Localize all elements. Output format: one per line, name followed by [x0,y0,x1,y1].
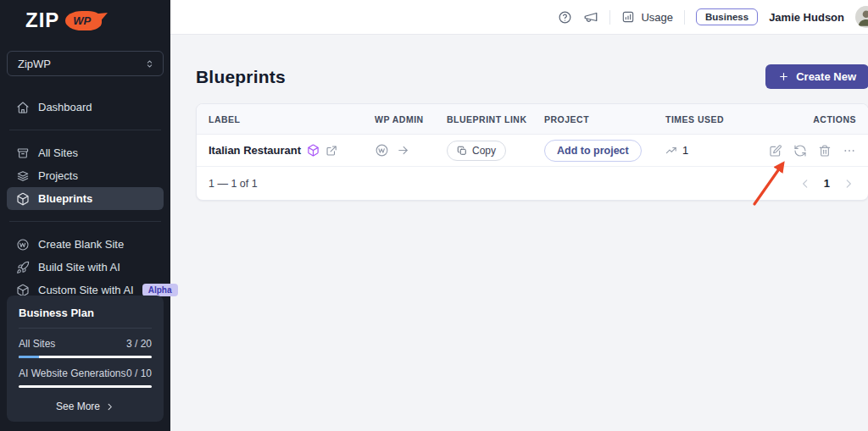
plus-icon [778,71,789,82]
plan-usage-panel: Business Plan All Sites 3 / 20 AI Websit… [7,296,164,422]
workspace-select[interactable]: ZipWP [7,51,164,76]
user-avatar[interactable] [855,6,868,28]
progress-bar-all-sites [19,356,152,358]
sidebar-item-label: Custom Site with AI [38,284,134,296]
column-header-actions: Actions [769,114,868,124]
arrow-right-icon[interactable] [397,144,409,157]
cube-icon [16,192,30,206]
plan-metric-value: 0 / 10 [126,367,152,379]
sidebar-item-label: Blueprints [38,192,92,205]
column-header-label: Label [197,114,375,124]
blueprint-name: Italian Restaurant [209,144,301,157]
sidebar-item-all-sites[interactable]: All Sites [7,141,164,164]
project-cell: Add to project [544,140,665,162]
pagination-next-icon[interactable] [843,178,854,190]
copy-icon [457,146,467,156]
edit-action-icon[interactable] [769,144,782,157]
column-header-project: Project [544,114,665,124]
alpha-badge: Alpha [142,284,178,296]
wp-admin-cell [375,143,447,157]
topbar-divider [609,10,610,25]
topbar: Usage Business Jamie Hudson [170,0,868,35]
wordpress-icon[interactable] [375,143,389,157]
sidebar-item-build-site-with-ai[interactable]: Build Site with AI [7,256,164,279]
more-options-icon[interactable] [843,144,856,157]
sidebar-item-dashboard[interactable]: Dashboard [7,96,164,119]
home-icon [16,101,30,114]
external-link-icon[interactable] [326,145,337,157]
create-new-button[interactable]: Create New [765,64,868,89]
topbar-divider [684,10,685,25]
delete-action-icon[interactable] [818,144,832,157]
table-row: Italian Restaurant Copy [197,135,868,167]
progress-bar-ai-generations [19,385,152,388]
page-content: Blueprints Create New Label WP Admin Blu… [170,35,868,201]
trending-up-icon [665,145,677,157]
pagination-current-page[interactable]: 1 [824,177,830,190]
layers-icon [16,169,30,183]
usage-chart-icon [621,10,635,24]
blueprint-label-cell: Italian Restaurant [197,144,375,157]
column-header-wp-admin: WP Admin [375,114,447,124]
main-area: Usage Business Jamie Hudson Blueprints C… [170,0,868,431]
see-more-label: See More [56,401,100,412]
sidebar-item-label: Build Site with AI [38,261,120,274]
chevron-right-icon [105,402,114,412]
table-footer: 1 — 1 of 1 1 [197,167,868,200]
sidebar-item-label: Projects [38,169,78,182]
page-title: Blueprints [196,67,286,87]
times-used-value: 1 [682,144,688,157]
plan-metric-label: All Sites [19,338,55,350]
pagination-range: 1 — 1 of 1 [197,178,258,190]
sidebar-divider [9,130,161,130]
copy-link-button[interactable]: Copy [447,141,506,161]
user-name[interactable]: Jamie Hudson [769,11,844,24]
sidebar: ZIP WP ZipWP Dashboard All Sites Project… [0,0,170,431]
copy-label: Copy [472,145,496,157]
table-header-row: Label WP Admin Blueprint Link Project Ti… [197,104,868,135]
blueprint-cube-icon [307,144,320,157]
column-header-times-used: Times Used [665,114,769,124]
announcements-megaphone-icon[interactable] [583,9,598,25]
workspace-select-value: ZipWP [18,58,51,70]
add-to-project-button[interactable]: Add to project [544,140,642,162]
column-header-blueprint-link: Blueprint Link [447,114,544,124]
app-window: ZIP WP ZipWP Dashboard All Sites Project… [0,0,868,431]
progress-fill [19,356,39,358]
times-used-cell: 1 [665,144,769,157]
logo-flame-badge: WP [65,11,102,30]
plan-metric-label: AI Website Generations [19,367,126,379]
usage-label: Usage [641,11,673,24]
logo-text: ZIP [25,10,59,30]
sidebar-nav: Dashboard All Sites Projects Blueprints … [0,96,170,301]
wordpress-icon [16,238,30,251]
rocket-icon [16,261,30,274]
sidebar-item-label: All Sites [38,146,78,159]
blueprints-table-card: Label WP Admin Blueprint Link Project Ti… [196,103,868,201]
blueprint-link-cell: Copy [447,141,544,161]
sidebar-item-blueprints[interactable]: Blueprints [7,187,164,210]
plan-badge[interactable]: Business [696,8,758,25]
sidebar-item-label: Create Blank Site [38,238,124,251]
page-header: Blueprints Create New [196,64,868,89]
actions-cell [769,144,868,157]
sidebar-divider [9,221,161,222]
regenerate-action-icon[interactable] [793,144,807,157]
pagination-prev-icon[interactable] [799,178,811,190]
usage-button[interactable]: Usage [621,10,673,24]
chevrons-up-down-icon [144,58,155,69]
see-more-button[interactable]: See More [19,401,152,412]
plan-metric-all-sites: All Sites 3 / 20 [19,338,152,350]
sidebar-item-projects[interactable]: Projects [7,164,164,187]
plan-title: Business Plan [19,307,152,329]
zipwp-logo: ZIP WP [0,0,170,30]
plan-metric-value: 3 / 20 [126,338,152,350]
archive-icon [16,146,30,160]
sidebar-item-create-blank-site[interactable]: Create Blank Site [7,233,164,256]
pagination: 1 [258,177,868,190]
help-icon[interactable] [558,10,572,25]
sidebar-item-label: Dashboard [38,101,92,113]
plan-metric-ai-generations: AI Website Generations 0 / 10 [19,367,152,379]
create-new-label: Create New [796,70,856,83]
